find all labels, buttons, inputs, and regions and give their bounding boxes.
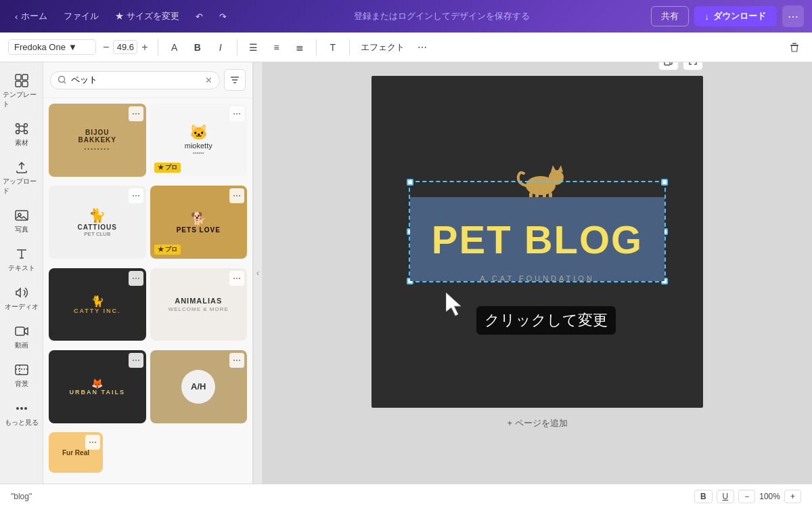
bottom-left: "blog" bbox=[11, 492, 32, 501]
sidebar-item-audio[interactable]: オーディオ bbox=[3, 280, 41, 317]
card-8-more-btn[interactable]: ⋯ bbox=[229, 353, 244, 368]
list-icon[interactable]: ≡ bbox=[267, 38, 286, 57]
font-size-increase[interactable]: + bbox=[139, 40, 150, 55]
svg-rect-26 bbox=[543, 192, 546, 200]
canvas-container: PET BLOG A CAT FOUNDATION クリックして変更 bbox=[371, 76, 703, 408]
selection-handle-ml[interactable] bbox=[407, 228, 413, 235]
template-card-6[interactable]: ANIMALIAS WELCOME & MORE ⋯ bbox=[150, 268, 248, 341]
back-button[interactable]: ‹ ホーム bbox=[8, 7, 54, 25]
zoom-out-button[interactable]: − bbox=[738, 490, 755, 503]
font-selector[interactable]: Fredoka One ▼ bbox=[8, 39, 96, 55]
more-toolbar-icon[interactable]: ⋯ bbox=[413, 38, 432, 57]
effects-label[interactable]: エフェクト bbox=[357, 39, 409, 56]
sidebar-item-bg-label: 背景 bbox=[15, 379, 28, 389]
resize-button[interactable]: ★ サイズを変更 bbox=[108, 7, 186, 25]
design-canvas[interactable]: PET BLOG A CAT FOUNDATION クリックして変更 bbox=[371, 76, 703, 408]
file-label: ファイル bbox=[64, 10, 99, 22]
search-input-wrap[interactable]: ✕ bbox=[50, 71, 220, 89]
add-page-button[interactable]: + ページを追加 bbox=[507, 417, 567, 429]
redo-button[interactable]: ↷ bbox=[212, 9, 233, 24]
svg-rect-1 bbox=[792, 43, 796, 44]
text-style-icon[interactable]: T bbox=[323, 38, 342, 57]
list-indent-icon[interactable]: ≣ bbox=[290, 38, 309, 57]
copy-canvas-button[interactable] bbox=[658, 62, 679, 70]
svg-point-8 bbox=[24, 124, 27, 127]
file-button[interactable]: ファイル bbox=[57, 7, 106, 25]
svg-point-6 bbox=[19, 126, 24, 131]
template-card-1[interactable]: BIJOU BAKKEKY •••••••• ⋯ bbox=[49, 104, 146, 177]
svg-rect-25 bbox=[535, 192, 539, 200]
sidebar-item-text[interactable]: テキスト bbox=[3, 241, 41, 278]
card-9-more-btn[interactable]: ⋯ bbox=[85, 435, 100, 450]
zoom-in-button[interactable]: + bbox=[784, 490, 801, 503]
selection-handle-tr[interactable] bbox=[661, 179, 668, 186]
selection-handle-tl[interactable] bbox=[407, 179, 413, 186]
download-button[interactable]: ↓ ダウンロード bbox=[694, 6, 777, 26]
italic-icon[interactable]: I bbox=[211, 38, 230, 57]
selection-handle-mr[interactable] bbox=[661, 228, 668, 235]
sidebar-item-bg[interactable]: 背景 bbox=[3, 357, 41, 394]
card-4-more-btn[interactable]: ⋯ bbox=[229, 188, 244, 203]
main-content-area: テンプレート 素材 アップロード 写真 bbox=[0, 62, 812, 484]
bottom-right: B U − 100% + bbox=[694, 490, 801, 503]
template-card-4[interactable]: 🐕 PETS LOVE ★ プロ ⋯ bbox=[150, 186, 248, 259]
more-options-button[interactable]: ⋯ bbox=[782, 5, 804, 27]
bold-icon[interactable]: B bbox=[188, 38, 207, 57]
sidebar-item-video[interactable]: 動画 bbox=[3, 318, 41, 356]
card-3-more-btn[interactable]: ⋯ bbox=[129, 188, 143, 203]
nav-right-group: 共有 ↓ ダウンロード ⋯ bbox=[651, 5, 805, 27]
template-card-9[interactable]: Fur Real ⋯ bbox=[49, 432, 103, 473]
sidebar-item-template[interactable]: テンプレート bbox=[3, 68, 41, 114]
share-button[interactable]: 共有 bbox=[651, 6, 689, 26]
delete-icon[interactable] bbox=[785, 38, 804, 57]
resize-label: ★ サイズを変更 bbox=[115, 10, 179, 22]
sidebar-item-material[interactable]: 素材 bbox=[3, 116, 41, 153]
sidebar-item-more-label: もっと見る bbox=[5, 418, 39, 427]
template-card-7[interactable]: 🦊 URBAN TAILS ⋯ bbox=[49, 350, 146, 423]
panel-collapse-handle[interactable]: ‹ bbox=[253, 62, 263, 484]
svg-point-10 bbox=[24, 131, 27, 134]
ellipsis-icon: ⋯ bbox=[788, 10, 798, 23]
template-card-3[interactable]: 🐈 CATTIOUS PET CLUB ⋯ bbox=[49, 186, 146, 259]
undo-button[interactable]: ↶ bbox=[189, 9, 210, 24]
align-left-icon[interactable]: ☰ bbox=[244, 38, 263, 57]
sidebar-item-material-label: 素材 bbox=[15, 138, 28, 148]
font-size-decrease[interactable]: − bbox=[100, 40, 112, 55]
cursor-arrow bbox=[446, 293, 466, 320]
card-5-more-btn[interactable]: ⋯ bbox=[129, 271, 143, 286]
zoom-level: 100% bbox=[759, 492, 780, 501]
template-panel: ✕ BIJOU BAKKEKY •••••••• ⋯ � bbox=[43, 62, 253, 484]
search-icon bbox=[58, 75, 67, 85]
card-6-more-btn[interactable]: ⋯ bbox=[229, 271, 244, 286]
page-name-label: "blog" bbox=[11, 492, 32, 501]
card-7-more-btn[interactable]: ⋯ bbox=[129, 353, 143, 368]
pro-badge-4: ★ プロ bbox=[154, 245, 181, 255]
sidebar-item-photo[interactable]: 写真 bbox=[3, 203, 41, 240]
filter-button[interactable] bbox=[224, 69, 246, 91]
card-1-more-btn[interactable]: ⋯ bbox=[129, 106, 143, 121]
formatting-toolbar: Fredoka One ▼ − 49.6 + A B I ☰ ≡ ≣ T エフェ… bbox=[0, 33, 812, 62]
undo-icon: ↶ bbox=[196, 12, 203, 22]
underline-format-button[interactable]: U bbox=[717, 490, 735, 503]
sidebar-item-text-label: テキスト bbox=[8, 263, 35, 273]
text-color-icon[interactable]: A bbox=[165, 38, 184, 57]
sidebar-item-upload[interactable]: アップロード bbox=[3, 154, 41, 201]
font-size-value[interactable]: 49.6 bbox=[113, 40, 137, 54]
chevron-left-icon: ‹ bbox=[15, 12, 18, 22]
nav-left-group: ‹ ホーム ファイル ★ サイズを変更 ↶ ↷ bbox=[8, 7, 233, 25]
svg-point-18 bbox=[59, 77, 65, 83]
template-card-5[interactable]: 🐈 CATTY INC. ⋯ bbox=[49, 268, 146, 341]
card-2-more-btn[interactable]: ⋯ bbox=[229, 106, 244, 121]
clear-search-icon[interactable]: ✕ bbox=[205, 75, 212, 85]
template-card-2[interactable]: 🐱 mioketty •••••• ★ プロ ⋯ bbox=[150, 104, 248, 177]
template-card-8[interactable]: A/H ⋯ bbox=[150, 350, 248, 423]
save-prompt[interactable]: 登録またはログインしてデザインを保存する bbox=[233, 10, 651, 22]
expand-canvas-button[interactable] bbox=[683, 62, 703, 70]
left-icon-sidebar: テンプレート 素材 アップロード 写真 bbox=[0, 62, 43, 484]
click-tooltip: クリックして変更 bbox=[476, 306, 616, 335]
sidebar-item-more[interactable]: もっと見る bbox=[3, 396, 41, 433]
svg-rect-13 bbox=[16, 327, 24, 335]
search-input[interactable] bbox=[71, 75, 201, 85]
sidebar-item-upload-label: アップロード bbox=[3, 177, 41, 196]
bold-format-button[interactable]: B bbox=[694, 490, 713, 503]
